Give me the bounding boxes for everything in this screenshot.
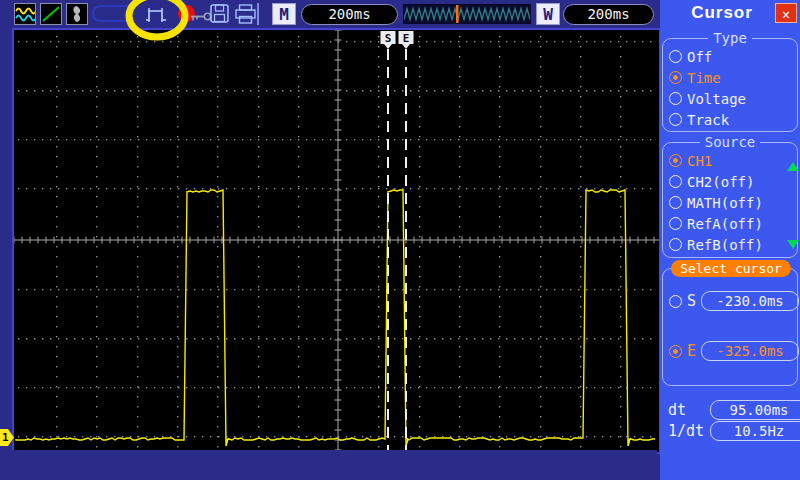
cursor-source-legend: Source xyxy=(700,134,761,150)
svg-text:E: E xyxy=(403,32,410,45)
toolbar: M 200ms W 200ms xyxy=(0,0,660,28)
cursor-s-label: S xyxy=(687,292,696,310)
cursor-source-option-refboff[interactable]: RefB(off) xyxy=(663,234,797,255)
radio-label: Voltage xyxy=(687,91,746,107)
scope-display[interactable]: SE xyxy=(12,28,661,454)
select-cursor-group: Select cursor S -230.0ms E -325.0ms xyxy=(662,268,798,386)
radio-label: RefA(off) xyxy=(687,216,763,232)
cursor-source-option-ch1[interactable]: CH1 xyxy=(663,150,797,171)
invdt-value: 10.5Hz xyxy=(710,421,800,441)
waveform-preview-strip[interactable] xyxy=(403,4,531,24)
cursor-s-line-tag: S xyxy=(381,31,396,49)
delta-time-readout: dt 95.00ms xyxy=(668,400,800,420)
radio-icon xyxy=(669,92,682,105)
cursor-type-option-off[interactable]: Off xyxy=(663,46,797,67)
window-timebase-badge: W xyxy=(536,3,560,25)
radio-label: CH1 xyxy=(687,153,712,169)
save-icon[interactable] xyxy=(210,4,230,28)
oscilloscope-screen: M 200ms W 200ms SE 1 Cursor ✕ Type OffTi… xyxy=(0,0,800,480)
pulse-mode-icon[interactable] xyxy=(145,6,167,27)
cursor-s-option[interactable]: S -230.0ms xyxy=(663,291,799,311)
radio-label: MATH(off) xyxy=(687,195,763,211)
select-cursor-header: Select cursor xyxy=(671,260,791,277)
cursor-type-option-track[interactable]: Track xyxy=(663,109,797,130)
channel-waveforms-icon[interactable] xyxy=(14,3,36,25)
channel1-position-marker[interactable]: 1 xyxy=(0,429,14,446)
radio-icon xyxy=(669,196,682,209)
cursor-type-option-voltage[interactable]: Voltage xyxy=(663,88,797,109)
channel1-badge: 1 xyxy=(2,431,9,444)
empty-toolbar-slot xyxy=(92,5,132,22)
radio-icon xyxy=(669,295,682,308)
radio-label: Track xyxy=(687,112,729,128)
cursor-source-option-ch2off[interactable]: CH2(off) xyxy=(663,171,797,192)
cursor-panel: Cursor ✕ Type OffTimeVoltageTrack Source… xyxy=(660,0,800,480)
radio-label: Time xyxy=(687,70,721,86)
cursor-s-value: -230.0ms xyxy=(701,291,799,311)
invdt-label: 1/dt xyxy=(668,422,704,440)
radio-icon xyxy=(669,217,682,230)
status-bar: DC 20 1.00V CH1 2.56V 0.00000Hz xyxy=(0,450,657,480)
cursor-e-value: -325.0ms xyxy=(701,341,799,361)
radio-icon xyxy=(669,50,682,63)
cursor-source-option-mathoff[interactable]: MATH(off) xyxy=(663,192,797,213)
line-draw-icon[interactable] xyxy=(40,3,62,25)
scroll-up-icon[interactable] xyxy=(787,162,799,171)
preview-position-marker xyxy=(456,5,459,23)
cursor-type-legend: Type xyxy=(708,30,752,46)
cursor-type-group: Type OffTimeVoltageTrack xyxy=(662,30,798,132)
cursor-e-option[interactable]: E -325.0ms xyxy=(663,341,799,361)
radio-icon xyxy=(669,71,682,84)
cursor-source-group: Source CH1CH2(off)MATH(off)RefA(off)RefB… xyxy=(662,134,798,258)
radio-icon xyxy=(669,175,682,188)
radio-icon xyxy=(669,238,682,251)
radio-label: Off xyxy=(687,49,712,65)
main-timebase-badge: M xyxy=(272,3,296,25)
dt-value: 95.00ms xyxy=(710,400,800,420)
key-lock-icon[interactable] xyxy=(191,8,212,27)
inverse-delta-time-readout: 1/dt 10.5Hz xyxy=(668,421,800,441)
close-button[interactable]: ✕ xyxy=(775,3,797,23)
grayscale-thumbnail-icon[interactable] xyxy=(66,3,88,25)
radio-label: CH2(off) xyxy=(687,174,754,190)
cursor-e-line-tag: E xyxy=(399,31,414,49)
main-timebase-value[interactable]: 200ms xyxy=(301,4,398,25)
radio-label: RefB(off) xyxy=(687,237,763,253)
radio-icon xyxy=(669,345,682,358)
svg-text:S: S xyxy=(385,32,392,45)
scroll-down-icon[interactable] xyxy=(787,240,799,249)
cursor-e-label: E xyxy=(687,342,696,360)
toolbar-separator xyxy=(257,3,259,25)
radio-icon xyxy=(669,113,682,126)
cursor-type-option-time[interactable]: Time xyxy=(663,67,797,88)
window-timebase-value[interactable]: 200ms xyxy=(563,4,654,25)
cursor-source-option-refaoff[interactable]: RefA(off) xyxy=(663,213,797,234)
print-icon[interactable] xyxy=(235,4,256,28)
panel-title: Cursor xyxy=(674,3,770,23)
radio-icon xyxy=(669,154,682,167)
dt-label: dt xyxy=(668,401,704,419)
